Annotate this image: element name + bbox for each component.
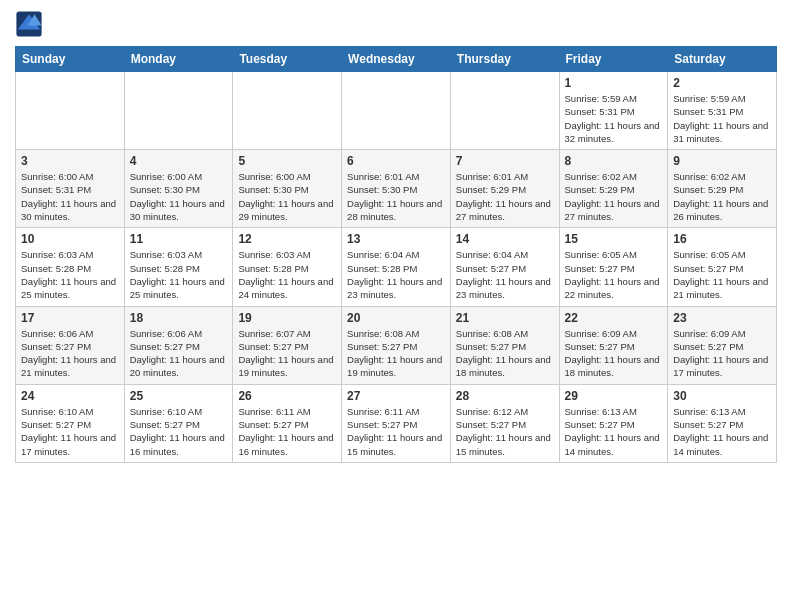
calendar-cell: 8Sunrise: 6:02 AM Sunset: 5:29 PM Daylig… [559, 150, 668, 228]
day-number: 29 [565, 389, 663, 403]
day-info: Sunrise: 6:02 AM Sunset: 5:29 PM Dayligh… [673, 170, 771, 223]
day-number: 25 [130, 389, 228, 403]
calendar-cell: 29Sunrise: 6:13 AM Sunset: 5:27 PM Dayli… [559, 384, 668, 462]
day-info: Sunrise: 6:04 AM Sunset: 5:28 PM Dayligh… [347, 248, 445, 301]
week-row-5: 24Sunrise: 6:10 AM Sunset: 5:27 PM Dayli… [16, 384, 777, 462]
day-info: Sunrise: 6:00 AM Sunset: 5:31 PM Dayligh… [21, 170, 119, 223]
calendar-cell [16, 72, 125, 150]
day-info: Sunrise: 6:11 AM Sunset: 5:27 PM Dayligh… [347, 405, 445, 458]
day-info: Sunrise: 5:59 AM Sunset: 5:31 PM Dayligh… [673, 92, 771, 145]
calendar-cell: 21Sunrise: 6:08 AM Sunset: 5:27 PM Dayli… [450, 306, 559, 384]
calendar-cell: 9Sunrise: 6:02 AM Sunset: 5:29 PM Daylig… [668, 150, 777, 228]
day-info: Sunrise: 6:05 AM Sunset: 5:27 PM Dayligh… [565, 248, 663, 301]
day-number: 5 [238, 154, 336, 168]
day-info: Sunrise: 6:00 AM Sunset: 5:30 PM Dayligh… [238, 170, 336, 223]
calendar-cell: 20Sunrise: 6:08 AM Sunset: 5:27 PM Dayli… [342, 306, 451, 384]
header [15, 10, 777, 38]
calendar-cell: 23Sunrise: 6:09 AM Sunset: 5:27 PM Dayli… [668, 306, 777, 384]
calendar-cell: 17Sunrise: 6:06 AM Sunset: 5:27 PM Dayli… [16, 306, 125, 384]
calendar-cell: 7Sunrise: 6:01 AM Sunset: 5:29 PM Daylig… [450, 150, 559, 228]
calendar-cell: 26Sunrise: 6:11 AM Sunset: 5:27 PM Dayli… [233, 384, 342, 462]
day-info: Sunrise: 6:11 AM Sunset: 5:27 PM Dayligh… [238, 405, 336, 458]
calendar-cell [124, 72, 233, 150]
day-info: Sunrise: 6:06 AM Sunset: 5:27 PM Dayligh… [21, 327, 119, 380]
day-number: 2 [673, 76, 771, 90]
calendar-table: SundayMondayTuesdayWednesdayThursdayFrid… [15, 46, 777, 463]
day-number: 10 [21, 232, 119, 246]
day-number: 8 [565, 154, 663, 168]
day-number: 30 [673, 389, 771, 403]
calendar-cell: 14Sunrise: 6:04 AM Sunset: 5:27 PM Dayli… [450, 228, 559, 306]
day-info: Sunrise: 5:59 AM Sunset: 5:31 PM Dayligh… [565, 92, 663, 145]
calendar-cell: 5Sunrise: 6:00 AM Sunset: 5:30 PM Daylig… [233, 150, 342, 228]
day-number: 23 [673, 311, 771, 325]
calendar-cell: 2Sunrise: 5:59 AM Sunset: 5:31 PM Daylig… [668, 72, 777, 150]
day-info: Sunrise: 6:02 AM Sunset: 5:29 PM Dayligh… [565, 170, 663, 223]
day-number: 20 [347, 311, 445, 325]
day-number: 17 [21, 311, 119, 325]
calendar-cell [342, 72, 451, 150]
day-number: 14 [456, 232, 554, 246]
day-info: Sunrise: 6:10 AM Sunset: 5:27 PM Dayligh… [130, 405, 228, 458]
day-number: 4 [130, 154, 228, 168]
week-row-3: 10Sunrise: 6:03 AM Sunset: 5:28 PM Dayli… [16, 228, 777, 306]
weekday-header-sunday: Sunday [16, 47, 125, 72]
day-number: 22 [565, 311, 663, 325]
day-info: Sunrise: 6:13 AM Sunset: 5:27 PM Dayligh… [565, 405, 663, 458]
calendar-cell: 27Sunrise: 6:11 AM Sunset: 5:27 PM Dayli… [342, 384, 451, 462]
day-info: Sunrise: 6:01 AM Sunset: 5:30 PM Dayligh… [347, 170, 445, 223]
calendar-cell: 28Sunrise: 6:12 AM Sunset: 5:27 PM Dayli… [450, 384, 559, 462]
week-row-1: 1Sunrise: 5:59 AM Sunset: 5:31 PM Daylig… [16, 72, 777, 150]
day-number: 13 [347, 232, 445, 246]
page: SundayMondayTuesdayWednesdayThursdayFrid… [0, 0, 792, 612]
calendar-cell [233, 72, 342, 150]
day-number: 15 [565, 232, 663, 246]
day-info: Sunrise: 6:03 AM Sunset: 5:28 PM Dayligh… [130, 248, 228, 301]
calendar-cell: 25Sunrise: 6:10 AM Sunset: 5:27 PM Dayli… [124, 384, 233, 462]
day-number: 19 [238, 311, 336, 325]
calendar-cell: 10Sunrise: 6:03 AM Sunset: 5:28 PM Dayli… [16, 228, 125, 306]
day-info: Sunrise: 6:03 AM Sunset: 5:28 PM Dayligh… [238, 248, 336, 301]
weekday-header-tuesday: Tuesday [233, 47, 342, 72]
day-info: Sunrise: 6:06 AM Sunset: 5:27 PM Dayligh… [130, 327, 228, 380]
calendar-cell: 30Sunrise: 6:13 AM Sunset: 5:27 PM Dayli… [668, 384, 777, 462]
logo [15, 10, 47, 38]
day-info: Sunrise: 6:07 AM Sunset: 5:27 PM Dayligh… [238, 327, 336, 380]
day-info: Sunrise: 6:13 AM Sunset: 5:27 PM Dayligh… [673, 405, 771, 458]
weekday-header-thursday: Thursday [450, 47, 559, 72]
calendar-cell: 19Sunrise: 6:07 AM Sunset: 5:27 PM Dayli… [233, 306, 342, 384]
day-number: 18 [130, 311, 228, 325]
weekday-header-friday: Friday [559, 47, 668, 72]
day-number: 26 [238, 389, 336, 403]
calendar-cell [450, 72, 559, 150]
day-info: Sunrise: 6:09 AM Sunset: 5:27 PM Dayligh… [565, 327, 663, 380]
day-number: 16 [673, 232, 771, 246]
calendar-cell: 12Sunrise: 6:03 AM Sunset: 5:28 PM Dayli… [233, 228, 342, 306]
calendar-cell: 15Sunrise: 6:05 AM Sunset: 5:27 PM Dayli… [559, 228, 668, 306]
day-info: Sunrise: 6:03 AM Sunset: 5:28 PM Dayligh… [21, 248, 119, 301]
calendar-cell: 4Sunrise: 6:00 AM Sunset: 5:30 PM Daylig… [124, 150, 233, 228]
day-number: 6 [347, 154, 445, 168]
weekday-header-wednesday: Wednesday [342, 47, 451, 72]
calendar-cell: 1Sunrise: 5:59 AM Sunset: 5:31 PM Daylig… [559, 72, 668, 150]
weekday-header-saturday: Saturday [668, 47, 777, 72]
day-number: 11 [130, 232, 228, 246]
day-info: Sunrise: 6:09 AM Sunset: 5:27 PM Dayligh… [673, 327, 771, 380]
calendar-cell: 18Sunrise: 6:06 AM Sunset: 5:27 PM Dayli… [124, 306, 233, 384]
weekday-header-monday: Monday [124, 47, 233, 72]
calendar-cell: 13Sunrise: 6:04 AM Sunset: 5:28 PM Dayli… [342, 228, 451, 306]
logo-icon [15, 10, 43, 38]
day-number: 27 [347, 389, 445, 403]
calendar-cell: 3Sunrise: 6:00 AM Sunset: 5:31 PM Daylig… [16, 150, 125, 228]
calendar-cell: 6Sunrise: 6:01 AM Sunset: 5:30 PM Daylig… [342, 150, 451, 228]
calendar-cell: 11Sunrise: 6:03 AM Sunset: 5:28 PM Dayli… [124, 228, 233, 306]
day-info: Sunrise: 6:00 AM Sunset: 5:30 PM Dayligh… [130, 170, 228, 223]
week-row-2: 3Sunrise: 6:00 AM Sunset: 5:31 PM Daylig… [16, 150, 777, 228]
calendar-cell: 22Sunrise: 6:09 AM Sunset: 5:27 PM Dayli… [559, 306, 668, 384]
day-number: 1 [565, 76, 663, 90]
day-number: 28 [456, 389, 554, 403]
day-number: 3 [21, 154, 119, 168]
calendar-cell: 16Sunrise: 6:05 AM Sunset: 5:27 PM Dayli… [668, 228, 777, 306]
day-number: 9 [673, 154, 771, 168]
day-number: 7 [456, 154, 554, 168]
